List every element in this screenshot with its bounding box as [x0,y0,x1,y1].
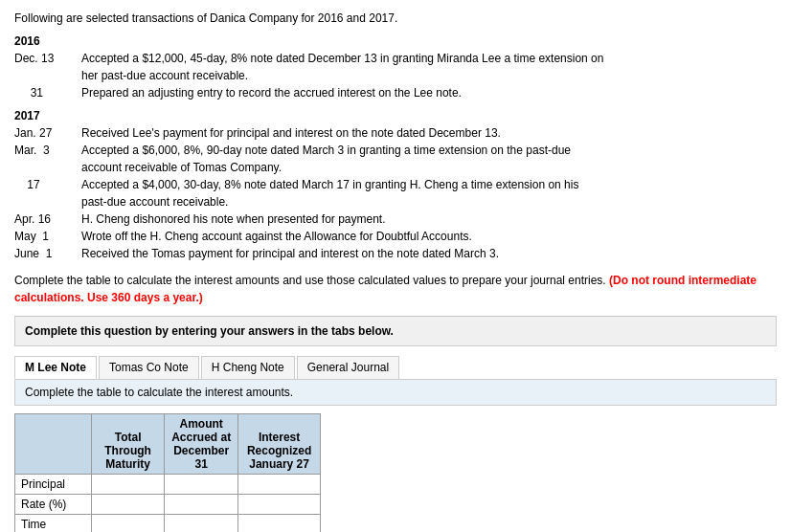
table-row-time: Time [15,515,321,533]
trans-apr16: H. Cheng dishonored his note when presen… [81,211,777,228]
tab-content: Complete the table to calculate the inte… [14,379,777,406]
date-mar3: Mar. 3 [14,142,81,159]
col-header-interest-recognized: InterestRecognizedJanuary 27 [238,414,321,475]
trans-may1: Wrote off the H. Cheng account against t… [81,228,777,245]
instruction-part1: Complete the table to calculate the inte… [14,274,606,287]
trans-dec31: Prepared an adjusting entry to record th… [81,84,777,101]
input-time-total[interactable] [92,515,165,533]
table-row-principal: Principal [15,475,321,495]
trans-jan27: Received Lee's payment for principal and… [81,124,777,142]
date-may1: May 1 [14,228,81,245]
date-jun1: June 1 [14,245,81,262]
date-apr16: Apr. 16 [14,211,81,228]
date-dec31: 31 [14,84,81,101]
trans-mar3: Accepted a $6,000, 8%, 90-day note dated… [81,142,777,159]
col-header-label [15,414,92,475]
trans-dec13-cont: her past-due account receivable. [81,67,777,84]
trans-jun1: Received the Tomas payment for principal… [81,245,777,262]
input-rate-accrued[interactable] [165,495,238,515]
input-principal-recognized[interactable] [238,475,321,495]
tab-general-journal[interactable]: General Journal [297,356,399,379]
year-2016-transactions: Dec. 13 Accepted a $12,000, 45-day, 8% n… [14,50,777,101]
tab-m-lee-note[interactable]: M Lee Note [14,356,97,379]
date-jan27: Jan. 27 [14,124,81,142]
col-header-amount-accrued: AmountAccrued atDecember 31 [165,414,238,475]
question-box: Complete this question by entering your … [14,316,777,346]
input-rate-total-field[interactable] [98,498,158,511]
intro-text: Following are selected transactions of D… [14,10,777,27]
year-2016-heading: 2016 [14,34,777,48]
interest-table: Total ThroughMaturity AmountAccrued atDe… [14,413,321,532]
input-principal-accrued[interactable] [165,475,238,495]
input-rate-recognized-field[interactable] [244,498,314,511]
tab-h-cheng-note[interactable]: H Cheng Note [201,356,295,379]
tabs-row: M Lee Note Tomas Co Note H Cheng Note Ge… [14,356,777,379]
row-label-rate: Rate (%) [15,495,92,515]
input-rate-recognized[interactable] [238,495,321,515]
trans-mar17: Accepted a $4,000, 30-day, 8% note dated… [81,176,777,193]
table-container: Total ThroughMaturity AmountAccrued atDe… [14,413,777,532]
year-2017-transactions: Jan. 27 Received Lee's payment for princ… [14,124,777,262]
col-header-total-through: Total ThroughMaturity [92,414,165,475]
year-2017-heading: 2017 [14,109,777,122]
input-principal-total[interactable] [92,475,165,495]
instruction: Complete the table to calculate the inte… [14,272,777,306]
tab-tomas-co-note[interactable]: Tomas Co Note [99,356,199,379]
table-row-rate: Rate (%) [15,495,321,515]
date-mar17: 17 [14,176,81,193]
input-time-recognized[interactable] [238,515,321,533]
trans-dec13: Accepted a $12,000, 45-day, 8% note date… [81,50,777,67]
input-principal-accrued-field[interactable] [170,477,232,491]
row-label-principal: Principal [15,475,92,495]
input-rate-total[interactable] [92,495,165,515]
input-rate-accrued-field[interactable] [170,498,232,511]
input-time-total-field[interactable] [98,518,158,531]
input-time-recognized-field[interactable] [244,518,314,531]
trans-mar3-cont: account receivable of Tomas Company. [81,159,777,176]
input-time-accrued[interactable] [165,515,238,533]
date-dec13: Dec. 13 [14,50,81,67]
input-principal-total-field[interactable] [98,477,158,491]
trans-mar17-cont: past-due account receivable. [81,193,777,211]
input-time-accrued-field[interactable] [170,518,232,531]
row-label-time: Time [15,515,92,533]
question-box-text: Complete this question by entering your … [25,324,394,338]
input-principal-recognized-field[interactable] [244,477,314,491]
